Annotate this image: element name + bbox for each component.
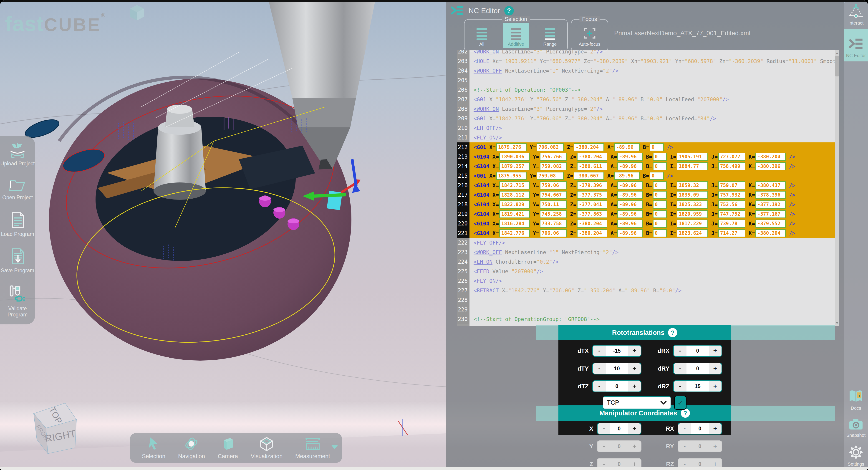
gcode-x-input[interactable] <box>499 181 530 189</box>
gcode-b-input[interactable] <box>650 172 664 180</box>
increment-button[interactable]: + <box>709 363 721 374</box>
gcode-b-input[interactable] <box>653 153 667 161</box>
gcode-z-input[interactable] <box>577 181 607 189</box>
rototranslation-value[interactable]: 0 <box>606 381 628 391</box>
gcode-a-input[interactable] <box>614 143 640 151</box>
view-cube[interactable]: TOP RIGHT FRONT <box>21 399 82 456</box>
gcode-x-input[interactable] <box>499 162 530 170</box>
increment-button[interactable]: + <box>628 363 641 374</box>
selection-additive-button[interactable]: Additive <box>503 23 529 48</box>
gcode-k-input[interactable] <box>755 162 786 170</box>
gcode-y-input[interactable] <box>540 229 567 237</box>
gcode-a-input[interactable] <box>617 229 643 237</box>
sidebar-item-interact[interactable]: Interact <box>844 0 868 29</box>
code-line[interactable]: 216<G104 X=Y=Z=A=B=I=J=K=/> <box>457 181 835 190</box>
decrement-button[interactable]: - <box>593 363 606 374</box>
scroll-down-icon[interactable]: ▼ <box>835 321 839 325</box>
gcode-z-input[interactable] <box>577 210 607 218</box>
gcode-a-input[interactable] <box>617 181 643 189</box>
gcode-y-input[interactable] <box>540 153 567 161</box>
code-line[interactable]: 220<G104 X=Y=Z=A=B=I=J=K=/> <box>457 219 835 228</box>
gcode-b-input[interactable] <box>653 229 667 237</box>
gcode-i-input[interactable] <box>677 153 708 161</box>
gcode-j-input[interactable] <box>718 191 745 199</box>
increment-button[interactable]: + <box>628 424 641 434</box>
sidebar-item-snapshot[interactable]: Snapshot <box>844 414 868 441</box>
gcode-z-input[interactable] <box>577 153 607 161</box>
increment-button[interactable]: + <box>709 346 721 356</box>
manipulator-help-icon[interactable]: ? <box>681 409 690 418</box>
gcode-k-input[interactable] <box>755 181 786 189</box>
rototranslation-value[interactable]: 15 <box>686 381 709 391</box>
rototranslation-value[interactable]: 0 <box>686 363 709 374</box>
nc-editor-help-icon[interactable]: ? <box>504 6 514 15</box>
gcode-i-input[interactable] <box>677 162 708 170</box>
decrement-button[interactable]: - <box>674 346 686 356</box>
sidebar-item-docs[interactable]: i Docs <box>844 386 868 414</box>
gcode-x-input[interactable] <box>499 191 530 199</box>
gcode-b-input[interactable] <box>653 210 667 218</box>
gcode-b-input[interactable] <box>650 143 664 151</box>
code-line[interactable]: 213<G104 X=Y=Z=A=B=I=J=K=/> <box>457 152 835 161</box>
decrement-button[interactable]: - <box>674 381 686 391</box>
code-line[interactable]: 217<G104 X=Y=Z=A=B=I=J=K=/> <box>457 190 835 200</box>
gcode-x-input[interactable] <box>499 153 530 161</box>
increment-button[interactable]: + <box>709 424 721 434</box>
code-line[interactable]: 221<G104 X=Y=Z=A=B=I=J=K=/> <box>457 228 835 238</box>
gcode-z-input[interactable] <box>574 172 604 180</box>
decrement-button[interactable]: - <box>597 424 610 434</box>
gcode-z-input[interactable] <box>577 229 607 237</box>
gcode-k-input[interactable] <box>755 220 786 228</box>
gcode-j-input[interactable] <box>718 181 745 189</box>
gcode-k-input[interactable] <box>755 153 786 161</box>
gcode-i-input[interactable] <box>677 181 708 189</box>
gcode-y-input[interactable] <box>540 162 567 170</box>
sidebar-item-nc-editor[interactable]: NC Editor <box>844 29 868 61</box>
measurement-dropdown-caret[interactable] <box>332 445 338 449</box>
gcode-y-input[interactable] <box>540 181 567 189</box>
code-line[interactable]: 219<G104 X=Y=Z=A=B=I=J=K=/> <box>457 209 835 219</box>
toolbar-item-measurement[interactable]: Measurement <box>295 437 330 460</box>
gcode-i-input[interactable] <box>677 191 708 199</box>
code-line[interactable]: 212<G01 X=Y=Z=A=B=/> <box>457 143 835 152</box>
gcode-z-input[interactable] <box>577 200 607 209</box>
rototranslation-value[interactable]: 0 <box>686 346 709 356</box>
toolbar-item-camera[interactable]: Camera <box>218 437 238 460</box>
gcode-j-input[interactable] <box>718 153 745 161</box>
sidebar-item-settings[interactable]: Settings <box>844 441 868 470</box>
gcode-j-input[interactable] <box>718 210 745 218</box>
gcode-y-input[interactable] <box>540 210 567 218</box>
gcode-z-input[interactable] <box>577 220 607 228</box>
gcode-y-input[interactable] <box>540 220 567 228</box>
gcode-i-input[interactable] <box>677 200 708 209</box>
manipulator-value[interactable]: 0 <box>610 424 628 434</box>
rototranslation-value[interactable]: -15 <box>606 346 628 356</box>
gcode-a-input[interactable] <box>617 153 643 161</box>
gcode-i-input[interactable] <box>677 220 708 228</box>
sidebar-item-validate-program[interactable]: Validate Program <box>0 284 35 318</box>
gcode-y-input[interactable] <box>536 143 564 151</box>
rototranslation-value[interactable]: 10 <box>606 363 628 374</box>
gcode-a-input[interactable] <box>614 172 640 180</box>
sidebar-item-open-project[interactable]: Open Project <box>0 177 35 200</box>
rototranslations-help-icon[interactable]: ? <box>668 328 677 337</box>
decrement-button[interactable]: - <box>678 424 691 434</box>
gcode-k-input[interactable] <box>755 200 786 209</box>
manipulator-value[interactable]: 0 <box>691 424 709 434</box>
gcode-j-input[interactable] <box>718 220 745 228</box>
decrement-button[interactable]: - <box>593 381 606 391</box>
increment-button[interactable]: + <box>709 381 721 391</box>
gcode-a-input[interactable] <box>617 200 643 209</box>
code-scrollbar[interactable]: ▲ ▼ <box>835 50 839 326</box>
gcode-x-input[interactable] <box>499 200 530 209</box>
increment-button[interactable]: + <box>628 346 641 356</box>
decrement-button[interactable]: - <box>593 346 606 356</box>
gcode-b-input[interactable] <box>653 181 667 189</box>
gcode-k-input[interactable] <box>755 229 786 237</box>
sidebar-item-upload-project[interactable]: Upload Project <box>0 142 35 166</box>
gcode-b-input[interactable] <box>653 200 667 209</box>
gcode-j-input[interactable] <box>718 229 745 237</box>
increment-button[interactable]: + <box>628 381 641 391</box>
selection-range-button[interactable]: Range <box>537 23 563 48</box>
gcode-b-input[interactable] <box>653 162 667 170</box>
